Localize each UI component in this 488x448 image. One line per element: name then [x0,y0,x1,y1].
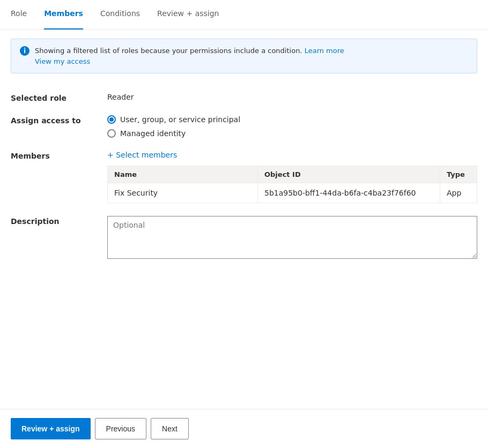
radio-user-group-circle [107,115,116,124]
select-members-link[interactable]: + Select members [107,151,177,159]
description-field [107,216,477,260]
members-label: Members [11,151,107,160]
tab-review-assign[interactable]: Review + assign [157,0,219,29]
info-icon: i [20,46,29,56]
table-header-row: Name Object ID Type [108,166,477,183]
members-table: Name Object ID Type Fix Security 5b1a95b… [107,166,477,203]
cell-objectid: 5b1a95b0-bff1-44da-b6fa-c4ba23f76f60 [258,183,440,203]
members-section: + Select members Name Object ID Type Fix… [107,151,477,203]
selected-role-value: Reader [107,93,477,101]
table-row: Fix Security 5b1a95b0-bff1-44da-b6fa-c4b… [108,183,477,203]
tab-conditions[interactable]: Conditions [100,0,140,29]
cell-name: Fix Security [108,183,258,203]
view-my-access-link[interactable]: View my access [35,57,90,65]
members-row: Members + Select members Name Object ID … [11,151,477,203]
info-banner-text: Showing a filtered list of roles because… [35,46,344,66]
radio-managed-identity-label: Managed identity [120,129,186,138]
selected-role-label: Selected role [11,93,107,102]
assign-access-options: User, group, or service principal Manage… [107,115,477,138]
tab-members[interactable]: Members [44,0,83,29]
radio-managed-identity-circle [107,129,116,138]
next-button[interactable]: Next [151,418,189,439]
radio-group: User, group, or service principal Manage… [107,115,477,138]
selected-role-row: Selected role Reader [11,93,477,102]
radio-user-group-label: User, group, or service principal [120,115,240,124]
review-assign-button[interactable]: Review + assign [11,418,91,439]
info-banner: i Showing a filtered list of roles becau… [11,39,477,73]
description-label: Description [11,216,107,226]
col-header-type: Type [440,166,477,183]
form-body: Selected role Reader Assign access to Us… [0,82,488,409]
previous-button[interactable]: Previous [95,418,146,439]
tab-role[interactable]: Role [11,0,27,29]
cell-type: App [440,183,477,203]
assign-access-label: Assign access to [11,115,107,125]
radio-managed-identity[interactable]: Managed identity [107,129,477,138]
description-textarea[interactable] [107,216,477,259]
description-row: Description [11,216,477,260]
radio-user-group[interactable]: User, group, or service principal [107,115,477,124]
tabs-nav: Role Members Conditions Review + assign [0,0,488,30]
col-header-objectid: Object ID [258,166,440,183]
assign-access-row: Assign access to User, group, or service… [11,115,477,138]
footer: Review + assign Previous Next [0,409,488,448]
col-header-name: Name [108,166,258,183]
learn-more-link[interactable]: Learn more [305,47,344,55]
